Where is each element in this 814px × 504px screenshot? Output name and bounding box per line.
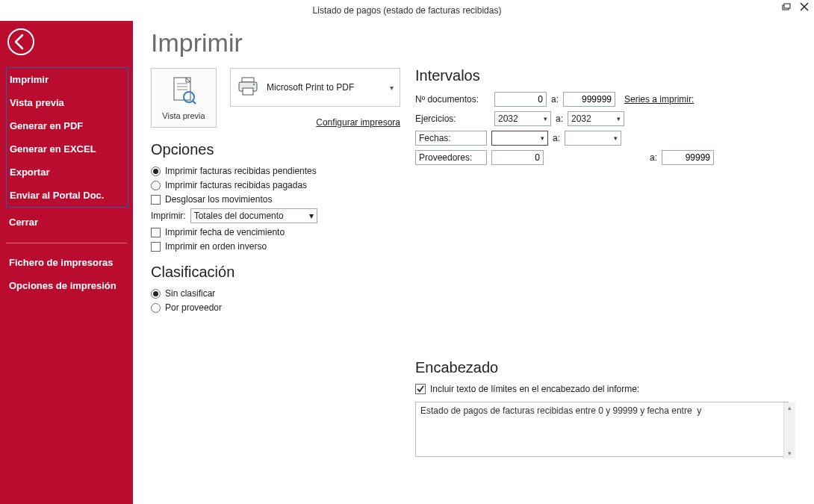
scroll-down-icon: ▾: [788, 448, 792, 458]
check-incluir-limites-label: Incluir texto de límites en el encabezad…: [430, 384, 639, 394]
scroll-up-icon: ▴: [788, 402, 792, 413]
fechas-label[interactable]: Fechas:: [415, 131, 487, 146]
svg-point-4: [8, 29, 34, 55]
window-title: Listado de pagos (estado de facturas rec…: [313, 5, 502, 16]
a-label-1: a:: [551, 94, 559, 105]
fechas-to-combo[interactable]: ▾: [565, 131, 621, 146]
encabezado-heading: Encabezado: [415, 359, 796, 376]
opciones-heading: Opciones: [151, 141, 405, 158]
check-desglosar-label: Desglosar los movimientos: [165, 194, 272, 205]
check-orden-inverso[interactable]: [151, 242, 161, 252]
sidebar-item-cerrar[interactable]: Cerrar: [6, 211, 128, 234]
radio-pagadas[interactable]: [151, 181, 161, 190]
check-fecha-vencimiento[interactable]: [151, 228, 161, 237]
sidebar-item-opciones-impresion[interactable]: Opciones de impresión: [6, 274, 128, 297]
close-icon[interactable]: [799, 1, 810, 12]
prov-to-input[interactable]: [662, 150, 714, 165]
printer-icon: [237, 76, 259, 99]
preview-label: Vista previa: [162, 111, 205, 120]
back-button[interactable]: [6, 27, 36, 57]
a-label-3: a:: [553, 133, 560, 143]
chevron-down-icon: ▾: [309, 211, 314, 221]
svg-rect-1: [784, 4, 790, 8]
sidebar-item-generar-pdf[interactable]: Generar en PDF: [7, 114, 128, 137]
intervalos-heading: Intervalos: [415, 67, 796, 84]
radio-por-proveedor[interactable]: [151, 303, 161, 313]
series-link[interactable]: Series a imprimir:: [624, 94, 694, 105]
sidebar-item-exportar[interactable]: Exportar: [7, 161, 128, 184]
sidebar-item-vista-previa[interactable]: Vista previa: [7, 91, 128, 114]
configure-printer-link[interactable]: Configurar impresora: [230, 117, 400, 128]
prov-from-input[interactable]: [491, 150, 544, 165]
a-label-4: a:: [650, 152, 657, 163]
check-incluir-limites[interactable]: [415, 384, 426, 394]
scrollbar[interactable]: ▴ ▾: [783, 402, 795, 458]
title-bar: Listado de pagos (estado de facturas rec…: [0, 0, 814, 21]
printer-name: Microsoft Print to PDF: [267, 82, 354, 93]
radio-por-proveedor-label: Por proveedor: [165, 302, 222, 313]
restore-icon[interactable]: [781, 1, 792, 12]
doc-from-input[interactable]: [494, 92, 547, 107]
page-title: Imprimir: [151, 28, 796, 57]
sidebar-item-enviar-portal[interactable]: Enviar al Portal Doc.: [7, 184, 128, 207]
svg-line-10: [193, 101, 196, 104]
radio-pendientes-label: Imprimir facturas recibidas pendientes: [165, 166, 317, 176]
radio-sin-clasificar[interactable]: [151, 289, 161, 299]
chevron-down-icon: ▾: [541, 134, 544, 142]
ejercicios-from-combo[interactable]: 2032 ▾: [494, 111, 551, 126]
chevron-down-icon: ▾: [614, 134, 618, 142]
doc-to-input[interactable]: [563, 92, 615, 107]
sidebar-item-fichero-impresoras[interactable]: Fichero de impresoras: [6, 251, 128, 274]
svg-point-14: [253, 83, 255, 85]
radio-pendientes[interactable]: [151, 167, 161, 176]
chevron-down-icon: ▾: [617, 115, 621, 122]
check-fecha-vencimiento-label: Imprimir fecha de vencimiento: [165, 227, 285, 237]
ejercicios-label: Ejercicios:: [415, 113, 490, 124]
fechas-from-combo[interactable]: ▾: [491, 131, 548, 146]
check-desglosar[interactable]: [151, 195, 161, 205]
proveedores-label[interactable]: Proveedores:: [415, 150, 487, 165]
clasificacion-heading: Clasificación: [151, 264, 405, 281]
print-dropdown-label: Imprimir:: [151, 211, 186, 221]
radio-pagadas-label: Imprimir facturas recibidas pagadas: [165, 180, 307, 190]
sidebar-item-imprimir[interactable]: Imprimir: [7, 68, 128, 91]
check-orden-inverso-label: Imprimir en orden inverso: [165, 241, 267, 252]
encabezado-textarea[interactable]: [415, 402, 789, 457]
ejercicios-to-combo[interactable]: 2032 ▾: [568, 111, 624, 126]
a-label-2: a:: [556, 113, 563, 124]
preview-button[interactable]: Vista previa: [151, 68, 217, 128]
doc-label: Nº documentos:: [415, 94, 490, 105]
printer-select[interactable]: Microsoft Print to PDF ▾: [230, 68, 400, 107]
svg-rect-13: [243, 88, 253, 95]
radio-sin-clasificar-label: Sin clasificar: [165, 288, 215, 299]
chevron-down-icon: ▾: [390, 84, 394, 92]
chevron-down-icon: ▾: [544, 115, 547, 122]
document-preview-icon: [171, 76, 196, 108]
svg-rect-11: [242, 78, 254, 82]
sidebar: Imprimir Vista previa Generar en PDF Gen…: [0, 0, 133, 504]
print-totals-dropdown[interactable]: Totales del documento ▾: [190, 208, 317, 223]
sidebar-item-generar-excel[interactable]: Generar en EXCEL: [7, 137, 128, 161]
